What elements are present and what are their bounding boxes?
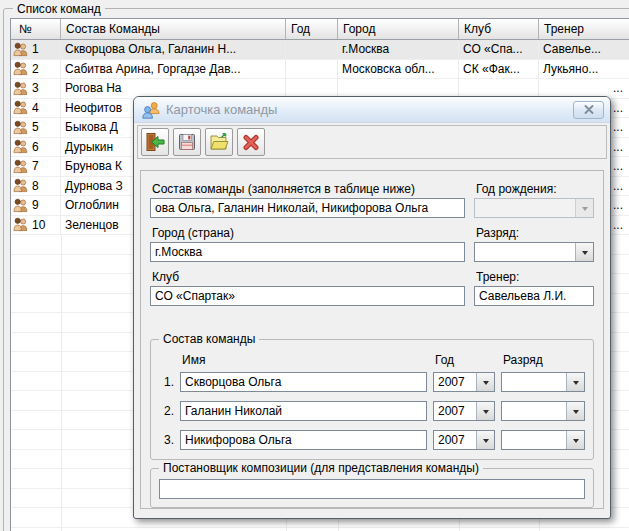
member-year-combobox[interactable]: 2007 [433,372,495,392]
dialog-title: Карточка команды [166,102,277,117]
dialog-titlebar[interactable]: Карточка команды [134,97,610,123]
chevron-down-icon[interactable] [476,373,494,391]
team-people-icon [13,217,28,232]
city-label: Город (страна) [150,223,465,242]
close-button[interactable] [573,101,604,119]
save-button[interactable] [173,128,201,156]
member-col-name: Имя [180,353,427,367]
team-people-icon [142,101,160,119]
team-composition-label: Состав команды (заполняется в таблице ни… [150,179,465,198]
chevron-down-icon[interactable] [566,373,584,391]
member-grade-combobox[interactable] [501,372,585,392]
chevron-down-icon[interactable] [566,431,584,449]
table-row[interactable]: 1 Скворцова Ольга, Галанин Н... г.Москва… [11,40,629,60]
chevron-down-icon[interactable] [566,402,584,420]
composer-group-title: Постановщик композиции (для представлени… [159,461,483,475]
grade-label: Разряд: [474,223,594,242]
column-header-num[interactable]: № [11,19,61,39]
member-row: 2. Галанин Николай 2007 [159,401,585,421]
team-people-icon [13,139,28,154]
team-composition-input[interactable]: ова Ольга, Галанин Николай, Никифорова О… [150,198,465,218]
coach-label: Тренер: [474,267,594,286]
member-row: 1. Скворцова Ольга 2007 [159,372,585,392]
composer-input[interactable] [159,479,585,499]
member-col-grade: Разряд [501,353,585,367]
coach-input[interactable]: Савельева Л.И. [474,286,594,306]
exit-button[interactable] [141,128,169,156]
club-input[interactable]: СО «Спартак» [150,286,465,306]
member-col-year: Год [433,353,495,367]
table-row[interactable]: 2 Сабитва Арина, Горгадзе Дав... Московс… [11,60,629,80]
member-name-input[interactable]: Никифорова Ольга [180,430,427,450]
chevron-down-icon [575,199,593,217]
column-header-city[interactable]: Город [338,19,459,39]
member-name-input[interactable]: Скворцова Ольга [180,372,427,392]
column-header-club[interactable]: Клуб [459,19,539,39]
grade-combobox[interactable] [474,242,594,262]
member-index: 2. [159,404,174,418]
member-grade-combobox[interactable] [501,430,585,450]
member-name-input[interactable]: Галанин Николай [180,401,427,421]
column-header-team[interactable]: Состав Команды [61,19,286,39]
delete-x-icon [241,132,261,152]
city-input[interactable]: г.Москва [150,242,465,262]
composer-groupbox: Постановщик композиции (для представлени… [150,468,594,508]
team-people-icon [13,100,28,115]
table-row-empty [11,528,629,531]
birth-year-combobox [474,198,594,218]
members-group-title: Состав команды [159,332,259,346]
team-card-dialog: Карточка команды Состав команды (заполня… [133,96,611,519]
birth-year-label: Год рождения: [474,179,594,198]
members-groupbox: Состав команды Имя Год Разряд 1. Скворцо… [150,339,594,460]
team-people-icon [13,42,28,57]
chevron-down-icon[interactable] [476,402,494,420]
dialog-toolbar [137,125,607,159]
exit-door-icon [145,132,165,152]
delete-button[interactable] [237,128,265,156]
team-people-icon [13,61,28,76]
member-row: 3. Никифорова Ольга 2007 [159,430,585,450]
team-list-group-title: Список команд [13,2,105,16]
team-people-icon [13,159,28,174]
team-people-icon [13,198,28,213]
member-year-combobox[interactable]: 2007 [433,430,495,450]
folder-export-icon [209,132,229,152]
save-floppy-icon [177,132,197,152]
member-index: 3. [159,433,174,447]
member-index: 1. [159,375,174,389]
team-people-icon [13,81,28,96]
member-grade-combobox[interactable] [501,401,585,421]
export-button[interactable] [205,128,233,156]
club-label: Клуб [150,267,465,286]
chevron-down-icon[interactable] [476,431,494,449]
member-year-combobox[interactable]: 2007 [433,401,495,421]
close-x-icon [584,105,594,114]
team-people-icon [13,178,28,193]
chevron-down-icon[interactable] [575,243,593,261]
column-header-coach[interactable]: Тренер [539,19,629,39]
column-header-year[interactable]: Год [286,19,338,39]
dialog-content-panel: Состав команды (заполняется в таблице ни… [140,170,604,509]
team-people-icon [13,120,28,135]
team-table-header: № Состав Команды Год Город Клуб Тренер [11,19,629,40]
